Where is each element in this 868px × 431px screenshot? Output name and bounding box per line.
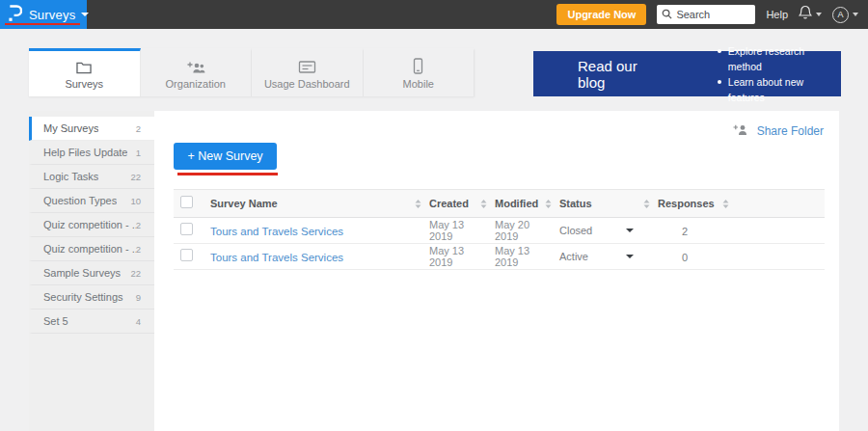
column-header-responses[interactable]: Responses bbox=[658, 198, 715, 209]
tab-label: Surveys bbox=[65, 78, 103, 90]
folder-count: 2 bbox=[136, 123, 141, 134]
folder-count: 22 bbox=[130, 172, 141, 182]
chevron-down-icon bbox=[816, 13, 822, 16]
sort-icon[interactable] bbox=[545, 200, 552, 208]
dashboard-icon bbox=[298, 58, 316, 74]
sidebar-item-quiz-competition-2[interactable]: Quiz competition - ...2 bbox=[29, 237, 154, 261]
status-dropdown-icon[interactable] bbox=[626, 255, 634, 258]
status-value: Active bbox=[545, 251, 588, 262]
survey-name-link[interactable]: Tours and Travels Services bbox=[203, 226, 343, 237]
blog-bullet: Learn about new features bbox=[718, 74, 841, 105]
folder-count: 9 bbox=[136, 292, 141, 303]
upgrade-now-button[interactable]: Upgrade Now bbox=[556, 4, 646, 25]
sidebar-item-sample-surveys[interactable]: Sample Surveys22 bbox=[29, 261, 154, 285]
column-header-created[interactable]: Created bbox=[429, 198, 469, 209]
chevron-down-icon bbox=[81, 13, 89, 16]
folder-count: 22 bbox=[130, 268, 141, 279]
table-header-row: Survey Name Created Modified Status Resp… bbox=[174, 189, 825, 218]
created-date: May 13 2019 bbox=[415, 219, 480, 242]
table-row: Tours and Travels Services May 13 2019 M… bbox=[174, 218, 825, 244]
select-all-checkbox[interactable] bbox=[180, 196, 193, 208]
main-content: Share Folder + New Survey Survey Name Cr… bbox=[154, 111, 839, 431]
tab-label: Usage Dashboard bbox=[264, 78, 350, 90]
blog-bullet: Explore research method bbox=[718, 43, 841, 74]
blog-title: Read our blog bbox=[578, 58, 667, 91]
folder-count: 2 bbox=[136, 244, 141, 255]
account-menu[interactable]: A bbox=[832, 7, 858, 23]
modified-date: May 13 2019 bbox=[480, 245, 545, 268]
column-header-status[interactable]: Status bbox=[559, 198, 592, 209]
created-date: May 13 2019 bbox=[415, 245, 480, 268]
module-tabs: Surveys Organization Usage Dashboard Mob… bbox=[29, 48, 475, 96]
product-name: Surveys bbox=[29, 8, 75, 22]
search-input[interactable] bbox=[676, 9, 753, 20]
modified-date: May 20 2019 bbox=[480, 219, 545, 242]
survey-name-link[interactable]: Tours and Travels Services bbox=[203, 252, 343, 263]
topbar-actions: Upgrade Now Help A bbox=[556, 4, 868, 25]
folder-count: 1 bbox=[136, 148, 141, 158]
table-row: Tours and Travels Services May 13 2019 M… bbox=[174, 244, 825, 270]
folder-icon bbox=[75, 58, 93, 74]
tab-surveys[interactable]: Surveys bbox=[29, 48, 141, 96]
row-checkbox[interactable] bbox=[180, 223, 193, 235]
annotation-underline bbox=[177, 173, 278, 175]
sidebar-item-logic-tasks[interactable]: Logic Tasks22 bbox=[29, 165, 154, 189]
folders-sidebar: My Surveys2 Help Files Update1 Logic Tas… bbox=[29, 111, 154, 431]
app-switcher[interactable]: Surveys bbox=[0, 0, 87, 29]
search-icon bbox=[662, 6, 672, 23]
sidebar-item-my-surveys[interactable]: My Surveys2 bbox=[29, 117, 154, 141]
mobile-icon bbox=[413, 58, 423, 74]
column-header-survey-name[interactable]: Survey Name bbox=[210, 198, 278, 209]
status-value: Closed bbox=[545, 225, 592, 236]
people-add-icon bbox=[185, 58, 205, 74]
tab-usage-dashboard[interactable]: Usage Dashboard bbox=[252, 48, 364, 96]
bell-icon bbox=[799, 5, 812, 24]
sidebar-item-help-files-update[interactable]: Help Files Update1 bbox=[29, 141, 154, 165]
sort-icon[interactable] bbox=[643, 200, 650, 208]
share-folder-button[interactable]: Share Folder bbox=[732, 122, 824, 140]
sidebar-item-security-settings[interactable]: Security Settings9 bbox=[29, 285, 154, 310]
column-header-modified[interactable]: Modified bbox=[495, 198, 538, 209]
new-survey-button[interactable]: + New Survey bbox=[174, 143, 277, 170]
status-dropdown-icon[interactable] bbox=[626, 229, 634, 232]
folder-count: 10 bbox=[130, 196, 141, 206]
sidebar-item-quiz-competition-1[interactable]: Quiz competition - ...2 bbox=[29, 213, 154, 237]
tab-mobile[interactable]: Mobile bbox=[364, 48, 475, 96]
sidebar-item-set-5[interactable]: Set 54 bbox=[29, 310, 154, 334]
avatar: A bbox=[832, 7, 849, 23]
share-folder-label: Share Folder bbox=[757, 124, 824, 138]
blog-promo-panel[interactable]: Read our blog Explore research method Le… bbox=[533, 51, 841, 96]
tab-organization[interactable]: Organization bbox=[141, 48, 253, 96]
top-navigation-bar: Surveys Upgrade Now Help A bbox=[0, 0, 868, 29]
person-add-icon bbox=[732, 122, 749, 140]
sort-icon[interactable] bbox=[722, 200, 729, 208]
sort-icon[interactable] bbox=[480, 200, 487, 208]
surveys-table: Survey Name Created Modified Status Resp… bbox=[174, 189, 825, 270]
folder-count: 2 bbox=[136, 220, 141, 230]
tab-label: Organization bbox=[166, 78, 226, 90]
annotation-underline bbox=[5, 23, 80, 25]
blog-bullet-list: Explore research method Learn about new … bbox=[718, 43, 841, 105]
sort-icon[interactable] bbox=[415, 200, 421, 208]
help-link[interactable]: Help bbox=[766, 9, 788, 20]
responses-count: 2 bbox=[682, 226, 688, 237]
row-checkbox[interactable] bbox=[180, 249, 193, 261]
notifications-button[interactable] bbox=[799, 5, 822, 24]
tab-label: Mobile bbox=[403, 78, 434, 90]
sidebar-item-question-types[interactable]: Question Types10 bbox=[29, 189, 154, 213]
search-box[interactable] bbox=[657, 5, 755, 24]
chevron-down-icon bbox=[853, 13, 858, 16]
folder-count: 4 bbox=[136, 316, 141, 327]
responses-count: 0 bbox=[682, 252, 688, 263]
